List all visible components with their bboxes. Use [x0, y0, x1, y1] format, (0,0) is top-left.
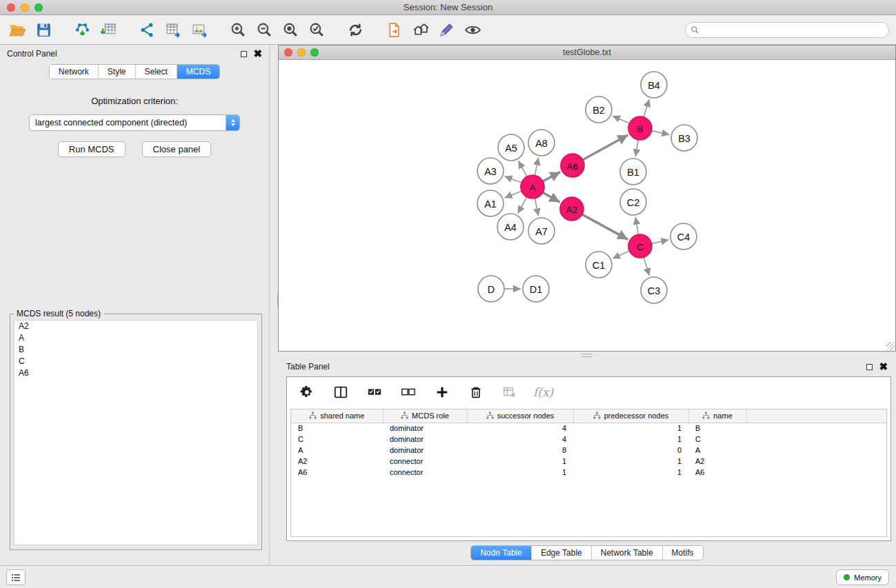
export-image-button[interactable] [189, 19, 210, 40]
table-close-icon[interactable]: ✖ [879, 363, 888, 370]
tab-edge-table[interactable]: Edge Table [532, 546, 592, 560]
result-item[interactable]: C [14, 356, 257, 367]
table-cell[interactable]: 4 [467, 434, 573, 445]
tab-select[interactable]: Select [136, 65, 177, 79]
result-item[interactable]: A6 [14, 367, 257, 379]
table-float-icon[interactable] [866, 364, 873, 370]
criterion-dropdown[interactable]: largest connected component (directed) [29, 114, 240, 131]
graph-edge-A-A2[interactable] [543, 192, 560, 202]
tab-style[interactable]: Style [99, 65, 136, 79]
graph-edge-C-C3[interactable] [644, 257, 649, 276]
graph-edge-A-A1[interactable] [505, 191, 522, 198]
window-close-button[interactable] [7, 3, 15, 12]
save-session-button[interactable] [33, 19, 54, 40]
zoom-selected-button[interactable] [306, 19, 327, 40]
table-cell[interactable]: C [291, 434, 383, 445]
network-canvas[interactable]: B4B2BB3A5A8A6A3B1AC2A1A2A4A7C4CC1C3DD1 [279, 60, 895, 351]
graph-edge-C-C4[interactable] [652, 240, 669, 244]
refresh-layout-button[interactable] [345, 19, 366, 40]
table-cell[interactable]: 0 [573, 445, 688, 456]
graph-node-A[interactable]: A [521, 175, 544, 199]
graph-edge-A2-C[interactable] [582, 214, 628, 239]
tab-mcds[interactable]: MCDS [177, 65, 219, 79]
close-panel-button[interactable]: Close panel [142, 141, 212, 157]
table-row[interactable]: A2connector11A2 [291, 456, 886, 467]
tab-network[interactable]: Network [50, 65, 99, 79]
graph-node-A4[interactable]: A4 [497, 214, 524, 240]
table-cell[interactable]: A2 [291, 456, 383, 467]
table-cell[interactable]: A2 [688, 456, 746, 467]
column-header-name[interactable]: name [688, 409, 746, 423]
home-button[interactable] [410, 19, 430, 40]
result-item[interactable]: B [14, 344, 257, 356]
graph-node-A8[interactable]: A8 [528, 130, 555, 156]
graph-node-C1[interactable]: C1 [586, 252, 612, 278]
table-settings-button[interactable] [297, 382, 317, 403]
table-row[interactable]: Bdominator41B [291, 423, 886, 434]
graph-node-D1[interactable]: D1 [523, 276, 549, 302]
network-zoom-button[interactable] [310, 48, 319, 57]
table-cell[interactable]: 1 [467, 467, 573, 478]
graph-node-D[interactable]: D [478, 276, 504, 302]
column-header-predecessor-nodes[interactable]: predecessor nodes [573, 409, 688, 423]
network-close-button[interactable] [284, 48, 292, 57]
table-cell[interactable]: B [291, 423, 383, 434]
graph-node-B4[interactable]: B4 [641, 72, 667, 98]
table-cell[interactable]: 1 [573, 467, 688, 478]
table-cell[interactable]: A [688, 445, 746, 456]
tab-motifs[interactable]: Motifs [663, 546, 703, 560]
graph-edge-A-A3[interactable] [505, 176, 522, 183]
graph-edge-C-C1[interactable] [613, 251, 629, 258]
column-header-successor-nodes[interactable]: successor nodes [467, 409, 573, 423]
network-graph[interactable]: B4B2BB3A5A8A6A3B1AC2A1A2A4A7C4CC1C3DD1 [279, 60, 894, 351]
add-column-button[interactable] [432, 382, 452, 403]
graph-node-A5[interactable]: A5 [498, 134, 524, 161]
table-cell[interactable]: connector [383, 456, 467, 467]
column-header-MCDS-role[interactable]: MCDS role [383, 409, 467, 423]
table-cell[interactable]: C [688, 434, 746, 445]
table-cell[interactable]: 4 [467, 423, 573, 434]
zoom-in-button[interactable] [228, 19, 248, 40]
open-session-button[interactable] [7, 19, 28, 40]
search-input[interactable] [685, 22, 889, 38]
graph-edge-A-A6[interactable] [543, 172, 560, 181]
table-cell[interactable]: dominator [383, 423, 467, 434]
tab-node-table[interactable]: Node Table [471, 546, 532, 560]
show-columns-button[interactable] [330, 382, 351, 403]
graph-node-B3[interactable]: B3 [671, 125, 697, 151]
resize-grip[interactable] [886, 342, 895, 350]
graph-edge-A6-B[interactable] [583, 135, 628, 160]
graph-node-C2[interactable]: C2 [620, 189, 646, 215]
table-cell[interactable]: dominator [383, 434, 467, 445]
result-item[interactable]: A2 [14, 321, 257, 332]
zoom-fit-button[interactable] [280, 19, 301, 40]
graph-node-B1[interactable]: B1 [620, 159, 646, 185]
style-pencil-button[interactable] [436, 19, 457, 40]
table-cell[interactable]: A6 [688, 467, 746, 478]
import-table-button[interactable] [98, 19, 119, 40]
tab-network-table[interactable]: Network Table [592, 546, 663, 560]
graph-edge-B-B2[interactable] [613, 116, 629, 123]
export-table-button[interactable] [163, 19, 183, 40]
table-cell[interactable]: A [291, 445, 383, 456]
task-history-button[interactable] [6, 569, 26, 585]
graph-node-C3[interactable]: C3 [641, 277, 667, 303]
window-minimize-button[interactable] [21, 3, 29, 12]
graph-node-A2[interactable]: A2 [560, 197, 584, 221]
table-cell[interactable]: 8 [467, 445, 573, 456]
window-zoom-button[interactable] [34, 3, 43, 12]
graph-node-A7[interactable]: A7 [528, 218, 555, 244]
result-item[interactable]: A [14, 332, 257, 344]
graph-edge-B-B1[interactable] [635, 140, 638, 157]
table-row[interactable]: Cdominator41C [291, 434, 886, 445]
graph-edge-A-A8[interactable] [535, 158, 538, 176]
graph-edge-A-A4[interactable] [518, 197, 527, 214]
open-document-button[interactable] [384, 19, 404, 40]
table-cell[interactable]: connector [383, 467, 467, 478]
graph-node-B2[interactable]: B2 [586, 97, 612, 123]
graph-edge-C-C2[interactable] [635, 217, 638, 235]
table-cell[interactable]: 1 [573, 456, 688, 467]
birdseye-button[interactable] [462, 19, 483, 40]
table-row[interactable]: Adominator80A [291, 445, 886, 456]
table-cell[interactable]: dominator [383, 445, 467, 456]
